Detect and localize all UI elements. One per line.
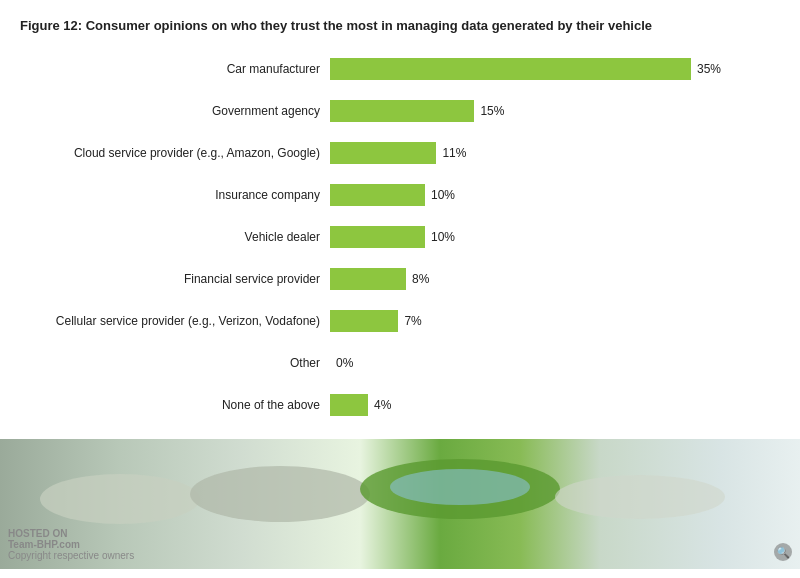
bar-pct-label: 15% — [480, 104, 504, 118]
bar-pct-label: 4% — [374, 398, 391, 412]
bar-fill — [330, 100, 474, 122]
bar-label: Other — [20, 356, 330, 370]
bar-wrap: 10% — [330, 184, 780, 206]
bar-fill — [330, 142, 436, 164]
bar-label: Insurance company — [20, 188, 330, 202]
bar-fill — [330, 310, 398, 332]
bar-pct-label: 0% — [336, 356, 353, 370]
chart-container: Figure 12: Consumer opinions on who they… — [0, 0, 800, 439]
bar-pct-label: 8% — [412, 272, 429, 286]
bar-wrap: 11% — [330, 142, 780, 164]
bar-fill — [330, 58, 691, 80]
bar-row: Cloud service provider (e.g., Amazon, Go… — [20, 135, 780, 171]
svg-point-1 — [40, 474, 200, 524]
bar-row: Other0% — [20, 345, 780, 381]
bars-container: Car manufacturer35%Government agency15%C… — [20, 51, 780, 423]
bar-pct-label: 35% — [697, 62, 721, 76]
bar-label: None of the above — [20, 398, 330, 412]
bar-label: Cloud service provider (e.g., Amazon, Go… — [20, 146, 330, 160]
bar-wrap: 0% — [330, 352, 780, 374]
bar-row: Government agency15% — [20, 93, 780, 129]
svg-point-5 — [390, 469, 530, 505]
bar-wrap: 4% — [330, 394, 780, 416]
bar-wrap: 15% — [330, 100, 780, 122]
watermark: HOSTED ONTeam-BHP.comCopyright respectiv… — [8, 528, 134, 561]
bar-pct-label: 10% — [431, 230, 455, 244]
bar-fill — [330, 226, 425, 248]
bar-wrap: 8% — [330, 268, 780, 290]
car-image-section: HOSTED ONTeam-BHP.comCopyright respectiv… — [0, 439, 800, 569]
bar-wrap: 7% — [330, 310, 780, 332]
svg-point-4 — [555, 475, 725, 519]
bar-pct-label: 11% — [442, 146, 466, 160]
bar-label: Government agency — [20, 104, 330, 118]
bar-pct-label: 7% — [404, 314, 421, 328]
svg-point-2 — [190, 466, 370, 522]
bar-fill — [330, 268, 406, 290]
bar-label: Car manufacturer — [20, 62, 330, 76]
bar-label: Financial service provider — [20, 272, 330, 286]
bar-pct-label: 10% — [431, 188, 455, 202]
bar-wrap: 10% — [330, 226, 780, 248]
chart-title: Figure 12: Consumer opinions on who they… — [20, 18, 780, 33]
bar-wrap: 35% — [330, 58, 780, 80]
bar-fill — [330, 394, 368, 416]
bar-row: Insurance company10% — [20, 177, 780, 213]
bar-row: Financial service provider8% — [20, 261, 780, 297]
bar-row: Vehicle dealer10% — [20, 219, 780, 255]
bar-row: None of the above4% — [20, 387, 780, 423]
bar-row: Car manufacturer35% — [20, 51, 780, 87]
bar-label: Vehicle dealer — [20, 230, 330, 244]
bar-fill — [330, 184, 425, 206]
bar-row: Cellular service provider (e.g., Verizon… — [20, 303, 780, 339]
bar-label: Cellular service provider (e.g., Verizon… — [20, 314, 330, 328]
magnifier-icon[interactable]: 🔍 — [774, 543, 792, 561]
